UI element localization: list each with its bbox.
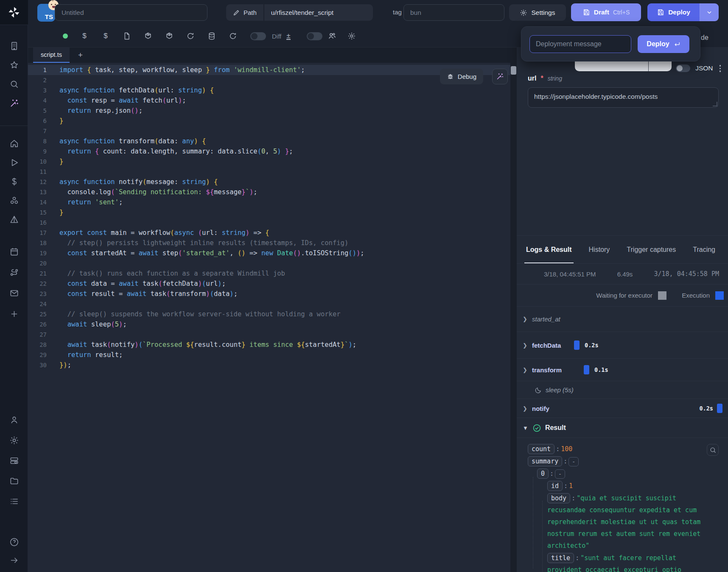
execution-bar — [574, 340, 580, 350]
popup-deploy-button[interactable]: Deploy — [638, 35, 689, 53]
deploy-button[interactable]: Deploy — [647, 3, 700, 21]
tab-tracing[interactable]: Tracing — [693, 236, 715, 263]
json-key: 0 — [537, 469, 549, 479]
sidebar-gear-icon[interactable] — [0, 432, 28, 449]
debug-button[interactable]: Debug — [440, 69, 483, 84]
toolbar-dollar-icon[interactable]: $ — [80, 31, 89, 41]
plus-minus-icon[interactable]: ± — [286, 33, 290, 40]
code-line: 22 const data = await task(fetchData)(ur… — [28, 279, 510, 289]
json-toggle[interactable] — [676, 64, 690, 72]
code-line: 30}); — [28, 360, 510, 370]
sidebar-person-icon[interactable] — [0, 411, 28, 428]
kebab-menu-icon[interactable] — [718, 64, 722, 73]
code-line: 10} — [28, 156, 510, 167]
panel-splitter[interactable] — [510, 47, 517, 572]
line-number: 16 — [28, 218, 47, 228]
code-editor[interactable]: 1import { task, step, workflow, sleep } … — [28, 63, 510, 572]
sidebar — [0, 0, 28, 572]
step-row-fetchData[interactable]: ❯fetchData0.2s — [517, 332, 728, 358]
line-number: 15 — [28, 207, 47, 218]
json-node: body:"quia et suscipit suscipit recusand… — [517, 492, 728, 552]
draft-shortcut: Ctrl+S — [613, 9, 630, 16]
diff-toggle[interactable] — [250, 32, 266, 40]
toolbar-dollar-icon[interactable]: $ — [101, 31, 110, 41]
tab-trigger-captures[interactable]: Trigger captures — [627, 236, 676, 263]
code-line: 28 await task(notify)(`Processed ${resul… — [28, 340, 510, 350]
toolbar-refresh-icon[interactable] — [228, 31, 238, 41]
json-colon: : — [562, 458, 568, 465]
sidebar-route-icon[interactable] — [0, 264, 28, 281]
line-number: 22 — [28, 279, 47, 289]
sidebar-arrow-right-icon[interactable] — [0, 552, 28, 569]
sidebar-workers-icon[interactable] — [0, 452, 28, 469]
users-icon[interactable] — [328, 31, 337, 41]
top-header: TS Path u/rfiszel/tender_script tag Sett… — [28, 0, 728, 25]
deploy-dropdown-button[interactable] — [700, 3, 719, 21]
editor-settings-gear-icon[interactable] — [347, 31, 356, 41]
sidebar-star-icon[interactable] — [0, 56, 28, 73]
sidebar-plus-icon[interactable] — [0, 305, 28, 322]
ai-wand-button[interactable] — [492, 69, 508, 84]
new-tab-button[interactable]: + — [76, 47, 85, 63]
toolbar-database-icon[interactable] — [207, 31, 216, 41]
sidebar-wand-icon[interactable] — [0, 95, 28, 112]
toolbar-package-icon[interactable] — [143, 31, 153, 41]
step-row-started_at[interactable]: ❯started_at — [517, 306, 728, 332]
url-field-type: string — [548, 75, 562, 82]
path-value: u/rfiszel/tender_script — [264, 9, 340, 17]
tab-logs-result[interactable]: Logs & Result — [526, 236, 572, 263]
script-title-input[interactable] — [55, 4, 207, 21]
toolbar-file-icon[interactable] — [122, 31, 132, 41]
sidebar-prism-icon[interactable] — [0, 211, 28, 228]
toolbar-history-icon[interactable] — [186, 31, 195, 41]
chevron-down-icon: ▼ — [523, 425, 528, 431]
step-row-notify[interactable]: ❯notify0.2s — [517, 399, 728, 418]
line-number: 30 — [28, 360, 47, 370]
step-row-sleep5s[interactable]: sleep (5s) — [517, 381, 728, 399]
step-name: notify — [532, 405, 549, 412]
collab-toggle[interactable] — [307, 32, 322, 40]
path-edit-label[interactable]: Path — [226, 4, 264, 21]
sidebar-dollar-icon[interactable] — [0, 173, 28, 190]
result-row[interactable]: ▼ Result — [517, 418, 728, 438]
windmill-script-editor: TS Path u/rfiszel/tender_script tag Sett… — [0, 0, 728, 572]
sidebar-calendar-icon[interactable] — [0, 243, 28, 260]
collapse-toggle[interactable]: - — [568, 457, 579, 466]
deployment-message-input[interactable] — [529, 35, 631, 53]
windmill-logo[interactable] — [0, 0, 28, 25]
code-line: 23 const result = await task(transform)(… — [28, 289, 510, 299]
sidebar-home-icon[interactable] — [0, 135, 28, 152]
line-number: 27 — [28, 329, 47, 340]
line-number: 2 — [28, 75, 47, 85]
path-box[interactable]: Path u/rfiszel/tender_script — [226, 4, 373, 21]
moon-icon — [535, 386, 542, 394]
sidebar-search-icon[interactable] — [0, 75, 28, 92]
tab-script-ts[interactable]: script.ts — [33, 47, 70, 63]
code-line: 16 — [28, 218, 510, 228]
code-line: 14 return 'sent'; — [28, 197, 510, 207]
step-duration: 0.1s — [594, 366, 608, 373]
language-badge[interactable]: TS — [37, 4, 55, 22]
tab-history[interactable]: History — [589, 236, 610, 263]
sidebar-help-icon[interactable] — [0, 533, 28, 550]
code-line: 2 — [28, 75, 510, 85]
json-colon: : — [574, 554, 580, 562]
settings-button[interactable]: Settings — [509, 4, 566, 21]
sidebar-list-icon[interactable] — [0, 493, 28, 510]
url-input[interactable]: https://jsonplaceholder.typicode.com/pos… — [528, 87, 719, 108]
splitter-handle[interactable] — [511, 66, 516, 75]
json-colon: : — [563, 482, 569, 490]
draft-button[interactable]: Draft Ctrl+S — [571, 3, 641, 21]
tag-input[interactable] — [403, 4, 504, 21]
sidebar-cubes-icon[interactable] — [0, 192, 28, 209]
sidebar-mail-icon[interactable] — [0, 285, 28, 301]
toolbar-package-icon[interactable] — [165, 31, 174, 41]
sidebar-play-icon[interactable] — [0, 154, 28, 171]
step-row-transform[interactable]: ❯transform0.1s — [517, 358, 728, 381]
legend-label: Execution — [682, 292, 710, 299]
legend-label: Waiting for executor — [596, 292, 652, 299]
sidebar-building-icon[interactable] — [0, 37, 28, 54]
sidebar-folder-icon[interactable] — [0, 472, 28, 489]
status-dot — [63, 33, 68, 39]
collapse-toggle[interactable]: - — [555, 469, 565, 479]
